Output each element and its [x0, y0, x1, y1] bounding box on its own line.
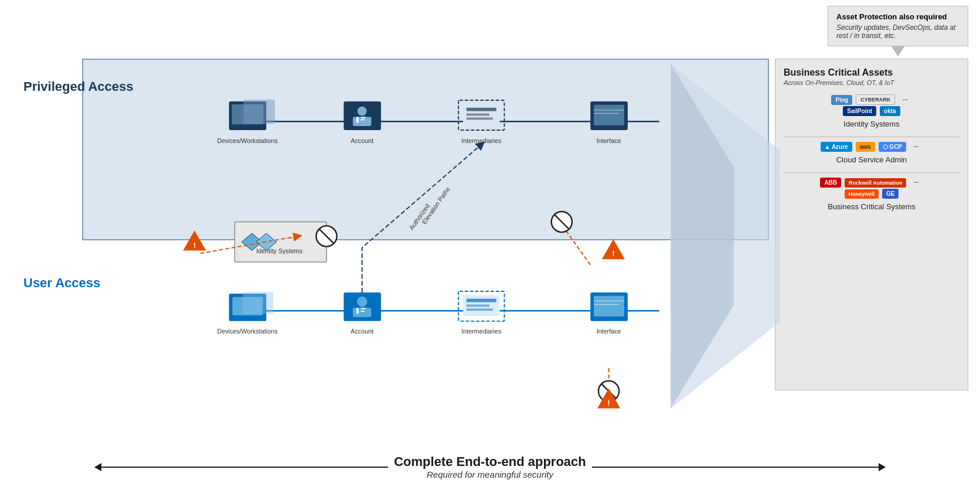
privileged-access-label: Privileged Access — [23, 79, 134, 94]
bca-cloud-section: ▲ Azure aws ⬡ GCP ··· Cloud Service Admi… — [784, 142, 959, 164]
user-devices-screen — [233, 297, 263, 315]
bca-identity-label: Identity Systems — [784, 120, 959, 128]
bca-cloud-label: Cloud Service Admin — [784, 155, 959, 164]
bca-cloud-logos: ▲ Azure aws ⬡ GCP ··· — [784, 142, 959, 152]
logo-dots-3: ··· — [910, 178, 923, 188]
bottom-section: Complete End-to-end approach Required fo… — [12, 450, 968, 484]
right-arrow — [592, 467, 885, 468]
bottom-subtitle: Required for meaningful security — [394, 469, 586, 479]
callout-subtitle: Security updates, DevSecOps, data at res… — [836, 23, 959, 40]
user-interface-screen — [594, 296, 624, 317]
user-account-line2 — [361, 308, 366, 309]
main-container: Asset Protection also required Security … — [0, 0, 980, 490]
logo-okta: okta — [880, 106, 900, 116]
logo-rockwell: Rockwell Automation — [845, 178, 906, 188]
user-access-label: User Access — [23, 275, 100, 291]
user-devices-base — [243, 319, 251, 321]
user-account-body — [353, 308, 371, 317]
user-devices-label: Devices/Workstations — [217, 328, 277, 335]
logo-honeywell: Honeywell — [845, 189, 879, 199]
identity-systems-label: Identity Systems — [256, 247, 302, 254]
user-account-label: Account — [351, 328, 373, 335]
privileged-box — [82, 59, 769, 240]
bca-systems-logos2: Honeywell GE — [784, 189, 959, 199]
user-interface-icon — [590, 292, 628, 321]
user-interface-label: Interface — [597, 328, 621, 335]
bca-systems-section: ABB Rockwell Automation ··· Honeywell GE… — [784, 178, 959, 211]
user-account-line1 — [356, 308, 359, 314]
user-devices-stand — [237, 317, 257, 319]
user-devices-icon2 — [243, 292, 273, 314]
logo-dots-2: ··· — [910, 142, 923, 152]
warning-right-mark: ! — [612, 249, 615, 258]
bca-subtitle: Across On-Premises, Cloud, OT, & IoT — [784, 79, 959, 86]
user-inter-box — [458, 291, 504, 321]
user-account-line3 — [361, 311, 365, 312]
user-account-icon — [343, 292, 381, 321]
logo-ping: Ping — [831, 95, 852, 105]
bca-identity-logos2: SailPoint okta — [784, 106, 959, 116]
bca-title: Business Critical Assets — [784, 67, 959, 78]
logo-abb: ABB — [820, 178, 841, 188]
bca-systems-label: Business Critical Systems — [784, 202, 959, 211]
bottom-title: Complete End-to-end approach — [394, 454, 586, 469]
user-inter-bar3 — [467, 308, 493, 311]
warning-left-mark: ! — [193, 241, 196, 250]
bca-divider-2 — [784, 172, 959, 173]
left-arrow — [95, 467, 388, 468]
user-inter-bar2 — [467, 304, 489, 307]
logo-ge: GE — [882, 189, 899, 199]
user-devices-icon — [229, 294, 267, 321]
bca-panel: Business Critical Assets Across On-Premi… — [775, 59, 968, 390]
callout-title: Asset Protection also required — [836, 12, 959, 21]
bca-identity-logos: Ping CYBERARK ··· — [784, 94, 959, 105]
user-account-head — [357, 297, 368, 307]
warning-right — [602, 239, 625, 259]
logo-cyberark: CYBERARK — [856, 94, 895, 105]
logo-sailpoint: SailPoint — [843, 106, 876, 116]
no-symbol-bottom-line — [601, 384, 616, 399]
warning-bottom-mark: ! — [607, 399, 610, 407]
asset-protection-callout: Asset Protection also required Security … — [828, 6, 968, 46]
bca-divider-1 — [784, 137, 959, 137]
user-inter-bar1 — [467, 299, 496, 302]
bca-systems-logos: ABB Rockwell Automation ··· — [784, 178, 959, 188]
user-inter-label: Intermediaries — [461, 328, 501, 335]
logo-dots-1: ··· — [899, 95, 911, 105]
user-inter-inner — [463, 295, 500, 316]
diagram-area: Privileged Access User Access Business C… — [12, 47, 968, 426]
warning-bottom — [597, 388, 620, 408]
logo-aws: aws — [856, 142, 875, 152]
bottom-arrows: Complete End-to-end approach Required fo… — [12, 454, 968, 479]
bca-identity-section: Ping CYBERARK ··· SailPoint okta Identit… — [784, 94, 959, 128]
logo-gcp: ⬡ GCP — [879, 142, 906, 152]
logo-azure: ▲ Azure — [821, 142, 852, 152]
no-symbol-bottom — [598, 381, 619, 401]
